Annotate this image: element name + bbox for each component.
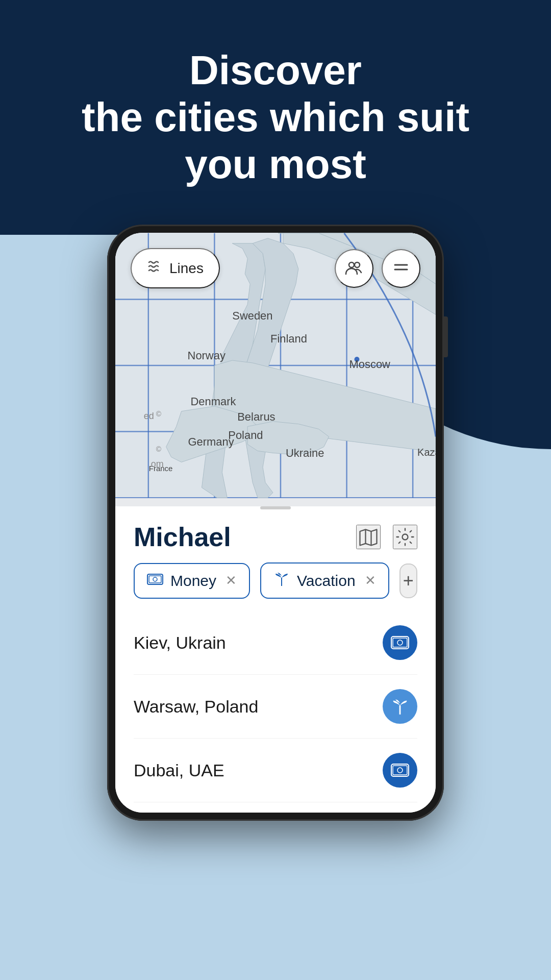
svg-point-27 [355,262,360,267]
svg-text:Germany: Germany [188,435,234,448]
menu-button[interactable] [382,249,420,288]
svg-text:Finland: Finland [270,332,307,345]
svg-text:Moscow: Moscow [349,358,391,371]
city-item-dubai[interactable]: Dubai, UAE [134,739,417,802]
user-name: Michael [134,522,231,552]
city-badge-warsaw [383,689,417,724]
svg-text:Denmark: Denmark [191,395,236,408]
svg-point-26 [349,262,354,267]
phone-frame: Sweden Finland Norway Denmark Moscow Bel… [107,225,444,821]
vacation-tag-icon [273,572,290,590]
lines-icon [147,258,163,278]
vacation-tag-close[interactable]: ✕ [365,573,376,589]
city-badge-kiev [383,625,417,660]
svg-point-35 [153,577,157,581]
svg-text:©: © [156,445,162,453]
phone-wrapper: Sweden Finland Norway Denmark Moscow Bel… [107,225,444,821]
svg-rect-34 [149,576,161,583]
hero-headline: Discover the cities which suit you most [82,47,469,188]
svg-text:om: om [151,459,164,469]
map-controls: Lines [115,248,436,288]
lines-label: Lines [169,260,204,277]
svg-text:Norway: Norway [188,349,226,362]
lines-button[interactable]: Lines [131,248,220,288]
vacation-filter-tag[interactable]: Vacation ✕ [260,562,389,599]
map-btn-group [335,249,420,288]
money-tag-icon [147,573,163,589]
city-list: Kiev, Ukrain Warsaw, Poland [115,611,436,802]
name-icons [356,525,417,549]
name-row: Michael [115,509,436,562]
map-view-button[interactable] [356,525,381,549]
city-name-kiev: Kiev, Ukrain [134,633,226,653]
svg-rect-38 [393,638,407,647]
svg-text:Kazak: Kazak [417,447,436,458]
people-icon [345,259,363,278]
map-area: Sweden Finland Norway Denmark Moscow Bel… [115,233,436,498]
people-button[interactable] [335,249,373,288]
bottom-sheet: Michael [115,506,436,813]
money-tag-label: Money [170,572,216,590]
city-item-kiev[interactable]: Kiev, Ukrain [134,611,417,675]
svg-point-32 [403,534,408,540]
city-badge-dubai [383,753,417,788]
money-filter-tag[interactable]: Money ✕ [134,563,250,599]
add-filter-button[interactable]: + [399,564,417,598]
vacation-tag-label: Vacation [297,572,356,590]
svg-text:ed: ed [144,411,154,421]
city-name-warsaw: Warsaw, Poland [134,697,258,717]
svg-point-43 [397,768,403,773]
settings-button[interactable] [393,525,417,549]
svg-text:Ukraine: Ukraine [286,447,324,459]
svg-point-39 [397,640,403,645]
svg-text:©: © [156,410,162,418]
filter-row: Money ✕ Vacation ✕ [115,562,436,611]
city-name-dubai: Dubai, UAE [134,761,224,780]
city-item-warsaw[interactable]: Warsaw, Poland [134,675,417,739]
svg-text:Belarus: Belarus [237,410,275,423]
money-tag-close[interactable]: ✕ [226,573,237,589]
add-icon: + [403,570,414,592]
menu-icon [392,259,410,278]
phone-screen: Sweden Finland Norway Denmark Moscow Bel… [115,233,436,813]
svg-text:Sweden: Sweden [232,309,272,322]
svg-rect-42 [393,766,407,775]
